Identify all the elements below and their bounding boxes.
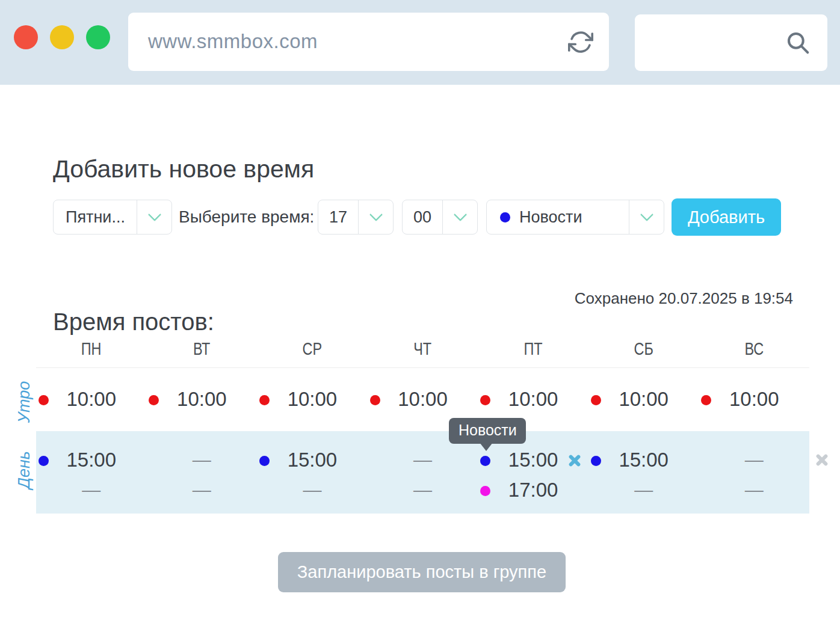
time-value: 10:00: [478, 388, 588, 411]
weekday-header-row: ПН ВТ СР ЧТ ПТ СБ ВС: [36, 336, 809, 368]
time-value: 10:00: [147, 388, 258, 411]
day-row: 15:00 — 15:00 — Новости 15:00: [36, 431, 809, 514]
url-text: www.smmbox.com: [148, 30, 318, 53]
delete-time-icon[interactable]: [567, 453, 582, 468]
schedule-cell: —: [699, 446, 809, 476]
window-control-close[interactable]: [14, 25, 38, 49]
page-title: Добавить новое время: [53, 155, 314, 183]
chevron-down-icon: [629, 200, 664, 234]
weekday-header: ПН: [36, 336, 147, 367]
time-value: 17:00: [478, 479, 588, 502]
window-control-minimize[interactable]: [50, 25, 74, 49]
schedule-cell[interactable]: 15:00: [257, 446, 368, 476]
schedule-cell: —: [588, 476, 699, 506]
day-row-line-2: — — — — 17:00: [36, 476, 809, 506]
time-value: 15:00: [257, 449, 368, 471]
hour-select[interactable]: 17: [318, 200, 394, 235]
schedule-cell: —: [368, 476, 478, 506]
time-value: 10:00: [368, 388, 478, 411]
schedule-cell-hovered[interactable]: Новости 15:00: [478, 446, 588, 476]
schedule-cell: —: [36, 476, 147, 506]
schedule-table: ПН ВТ СР ЧТ ПТ СБ ВС Утро День 10:00 10:…: [36, 336, 809, 514]
category-select[interactable]: Новости: [486, 200, 664, 235]
time-value: 15:00: [588, 449, 699, 471]
schedule-cell[interactable]: 10:00: [588, 368, 699, 431]
weekday-select[interactable]: Пятни...: [53, 200, 172, 235]
schedule-cell[interactable]: 10:00: [699, 368, 809, 431]
browser-search-input[interactable]: [635, 14, 827, 71]
time-value: —: [36, 479, 147, 501]
weekday-header: ПТ: [478, 336, 588, 367]
time-value: —: [147, 479, 258, 501]
row-label-morning: Утро: [15, 366, 34, 438]
weekday-header: ВС: [699, 336, 809, 367]
chevron-down-icon: [442, 200, 477, 234]
page: www.smmbox.com Добавить новое время Пятн…: [0, 0, 840, 635]
hour-select-value: 17: [318, 208, 358, 227]
time-value: —: [147, 449, 258, 471]
morning-row: 10:00 10:00 10:00 10:00 10:00 10:00: [36, 368, 809, 431]
minute-select-value: 00: [403, 208, 442, 227]
schedule-cell[interactable]: 15:00: [36, 446, 147, 476]
time-value: 15:00: [36, 449, 147, 471]
schedule-cell: —: [147, 476, 258, 506]
schedule-cell[interactable]: 10:00: [147, 368, 258, 431]
posts-heading: Время постов:: [53, 308, 214, 336]
weekday-header: СБ: [588, 336, 699, 367]
day-row-line-1: 15:00 — 15:00 — Новости 15:00: [36, 446, 809, 476]
weekday-select-value: Пятни...: [54, 208, 137, 227]
search-icon[interactable]: [785, 30, 811, 55]
schedule-cell: —: [257, 476, 368, 506]
time-value: —: [368, 479, 478, 501]
saved-status: Сохранено 20.07.2025 в 19:54: [575, 289, 793, 308]
schedule-cell[interactable]: 17:00: [478, 476, 588, 506]
schedule-cell[interactable]: 15:00: [588, 446, 699, 476]
schedule-cell: —: [368, 446, 478, 476]
row-label-day: День: [15, 434, 34, 506]
chevron-down-icon: [358, 200, 393, 234]
weekday-header: ЧТ: [368, 336, 478, 367]
schedule-cell: —: [147, 446, 258, 476]
schedule-cell[interactable]: 10:00: [257, 368, 368, 431]
time-value: 10:00: [699, 388, 809, 411]
time-value: —: [699, 449, 809, 471]
clear-day-row-icon[interactable]: [815, 453, 829, 467]
category-color-dot: [500, 212, 510, 222]
schedule-cell[interactable]: 10:00: [36, 368, 147, 431]
time-value: 10:00: [257, 388, 368, 411]
time-value: —: [588, 479, 699, 501]
category-select-value: Новости: [510, 208, 629, 227]
add-button[interactable]: Добавить: [672, 198, 781, 236]
time-value: —: [699, 479, 809, 501]
time-value: —: [257, 479, 368, 501]
minute-select[interactable]: 00: [402, 200, 478, 235]
refresh-icon[interactable]: [568, 29, 593, 55]
time-value: 10:00: [588, 388, 699, 411]
weekday-header: ВТ: [147, 336, 258, 367]
time-picker-label: Выберите время:: [179, 200, 314, 235]
schedule-cell: —: [699, 476, 809, 506]
weekday-header: СР: [257, 336, 368, 367]
browser-bar: www.smmbox.com: [0, 0, 840, 85]
time-value: —: [368, 449, 478, 471]
window-control-maximize[interactable]: [86, 25, 110, 49]
tooltip: Новости: [449, 418, 526, 444]
schedule-posts-button[interactable]: Запланировать посты в группе: [278, 552, 566, 592]
chevron-down-icon: [137, 200, 171, 234]
url-bar[interactable]: www.smmbox.com: [128, 13, 609, 71]
time-value: 10:00: [36, 388, 147, 411]
